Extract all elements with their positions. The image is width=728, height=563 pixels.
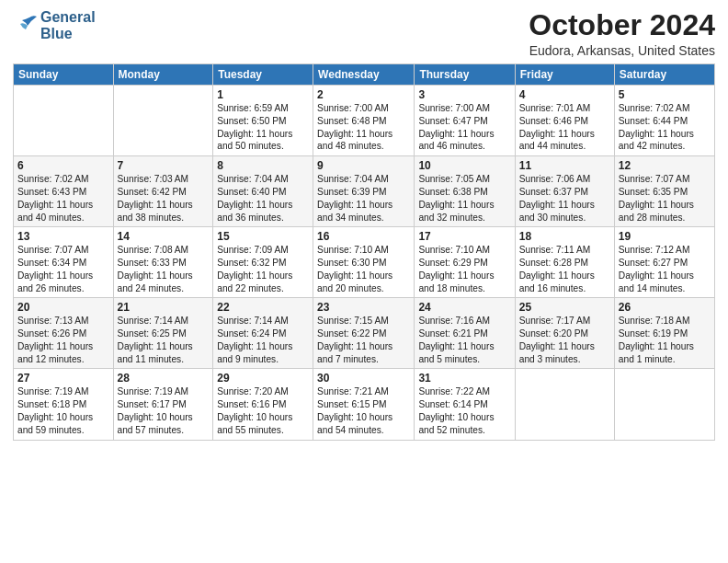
day-info: Sunrise: 7:16 AM Sunset: 6:21 PM Dayligh… bbox=[418, 315, 510, 365]
day-number: 22 bbox=[217, 301, 309, 314]
day-info: Sunrise: 7:12 AM Sunset: 6:27 PM Dayligh… bbox=[619, 244, 711, 294]
day-number: 3 bbox=[418, 88, 510, 101]
logo-general: General bbox=[40, 9, 96, 26]
day-number: 14 bbox=[118, 230, 210, 243]
day-info: Sunrise: 7:10 AM Sunset: 6:29 PM Dayligh… bbox=[418, 244, 510, 294]
day-info: Sunrise: 7:15 AM Sunset: 6:22 PM Dayligh… bbox=[317, 315, 410, 365]
day-number: 2 bbox=[317, 88, 410, 101]
calendar-header-wednesday: Wednesday bbox=[313, 64, 415, 86]
calendar-cell: 23Sunrise: 7:15 AM Sunset: 6:22 PM Dayli… bbox=[313, 298, 415, 369]
calendar-cell: 2Sunrise: 7:00 AM Sunset: 6:48 PM Daylig… bbox=[313, 86, 415, 156]
calendar-cell: 5Sunrise: 7:02 AM Sunset: 6:44 PM Daylig… bbox=[614, 86, 714, 156]
day-number: 28 bbox=[118, 372, 210, 385]
day-info: Sunrise: 6:59 AM Sunset: 6:50 PM Dayligh… bbox=[217, 102, 309, 153]
day-info: Sunrise: 7:22 AM Sunset: 6:14 PM Dayligh… bbox=[418, 385, 510, 436]
calendar-cell bbox=[515, 369, 614, 440]
day-info: Sunrise: 7:03 AM Sunset: 6:42 PM Dayligh… bbox=[118, 173, 210, 224]
calendar-cell: 16Sunrise: 7:10 AM Sunset: 6:30 PM Dayli… bbox=[313, 227, 415, 298]
calendar-cell: 15Sunrise: 7:09 AM Sunset: 6:32 PM Dayli… bbox=[213, 227, 313, 298]
day-info: Sunrise: 7:10 AM Sunset: 6:30 PM Dayligh… bbox=[317, 244, 410, 294]
day-number: 11 bbox=[519, 159, 610, 172]
day-number: 1 bbox=[217, 88, 309, 101]
day-info: Sunrise: 7:07 AM Sunset: 6:35 PM Dayligh… bbox=[619, 173, 711, 224]
month-title: October 2024 bbox=[529, 9, 715, 41]
day-number: 6 bbox=[17, 159, 109, 172]
calendar-cell: 24Sunrise: 7:16 AM Sunset: 6:21 PM Dayli… bbox=[415, 298, 515, 369]
day-info: Sunrise: 7:07 AM Sunset: 6:34 PM Dayligh… bbox=[17, 244, 109, 294]
calendar-week-5: 27Sunrise: 7:19 AM Sunset: 6:18 PM Dayli… bbox=[14, 369, 715, 440]
calendar-cell: 11Sunrise: 7:06 AM Sunset: 6:37 PM Dayli… bbox=[515, 156, 614, 227]
day-info: Sunrise: 7:04 AM Sunset: 6:39 PM Dayligh… bbox=[317, 173, 410, 224]
calendar-cell: 26Sunrise: 7:18 AM Sunset: 6:19 PM Dayli… bbox=[614, 298, 714, 369]
day-number: 21 bbox=[118, 301, 210, 314]
calendar-cell: 18Sunrise: 7:11 AM Sunset: 6:28 PM Dayli… bbox=[515, 227, 614, 298]
day-info: Sunrise: 7:09 AM Sunset: 6:32 PM Dayligh… bbox=[217, 244, 309, 294]
calendar-header-row: SundayMondayTuesdayWednesdayThursdayFrid… bbox=[14, 64, 715, 86]
calendar-cell bbox=[113, 86, 213, 156]
day-info: Sunrise: 7:05 AM Sunset: 6:38 PM Dayligh… bbox=[418, 173, 510, 224]
calendar-cell: 3Sunrise: 7:00 AM Sunset: 6:47 PM Daylig… bbox=[415, 86, 515, 156]
day-number: 27 bbox=[17, 372, 109, 385]
day-number: 24 bbox=[418, 301, 510, 314]
page: General Blue October 2024 Eudora, Arkans… bbox=[0, 0, 728, 563]
day-info: Sunrise: 7:20 AM Sunset: 6:16 PM Dayligh… bbox=[217, 385, 309, 436]
day-number: 4 bbox=[519, 88, 610, 101]
day-info: Sunrise: 7:02 AM Sunset: 6:44 PM Dayligh… bbox=[619, 102, 711, 153]
day-number: 12 bbox=[619, 159, 711, 172]
day-number: 18 bbox=[519, 230, 610, 243]
calendar-cell: 17Sunrise: 7:10 AM Sunset: 6:29 PM Dayli… bbox=[415, 227, 515, 298]
day-info: Sunrise: 7:01 AM Sunset: 6:46 PM Dayligh… bbox=[519, 102, 610, 153]
calendar-week-3: 13Sunrise: 7:07 AM Sunset: 6:34 PM Dayli… bbox=[14, 227, 715, 298]
day-number: 19 bbox=[619, 230, 711, 243]
calendar-week-4: 20Sunrise: 7:13 AM Sunset: 6:26 PM Dayli… bbox=[14, 298, 715, 369]
calendar-header-saturday: Saturday bbox=[614, 64, 714, 86]
calendar-header-sunday: Sunday bbox=[14, 64, 114, 86]
calendar-cell: 4Sunrise: 7:01 AM Sunset: 6:46 PM Daylig… bbox=[515, 86, 614, 156]
day-info: Sunrise: 7:04 AM Sunset: 6:40 PM Dayligh… bbox=[217, 173, 309, 224]
day-info: Sunrise: 7:17 AM Sunset: 6:20 PM Dayligh… bbox=[519, 315, 610, 365]
day-number: 23 bbox=[317, 301, 410, 314]
calendar-week-2: 6Sunrise: 7:02 AM Sunset: 6:43 PM Daylig… bbox=[14, 156, 715, 227]
day-number: 13 bbox=[17, 230, 109, 243]
calendar-cell: 7Sunrise: 7:03 AM Sunset: 6:42 PM Daylig… bbox=[113, 156, 213, 227]
header: General Blue October 2024 Eudora, Arkans… bbox=[13, 9, 715, 58]
day-info: Sunrise: 7:11 AM Sunset: 6:28 PM Dayligh… bbox=[519, 244, 610, 294]
day-number: 31 bbox=[418, 372, 510, 385]
location: Eudora, Arkansas, United States bbox=[529, 43, 715, 58]
calendar-cell: 20Sunrise: 7:13 AM Sunset: 6:26 PM Dayli… bbox=[14, 298, 114, 369]
calendar-cell: 30Sunrise: 7:21 AM Sunset: 6:15 PM Dayli… bbox=[313, 369, 415, 440]
calendar-cell: 10Sunrise: 7:05 AM Sunset: 6:38 PM Dayli… bbox=[415, 156, 515, 227]
calendar-header-tuesday: Tuesday bbox=[213, 64, 313, 86]
calendar-cell: 31Sunrise: 7:22 AM Sunset: 6:14 PM Dayli… bbox=[415, 369, 515, 440]
calendar-cell: 1Sunrise: 6:59 AM Sunset: 6:50 PM Daylig… bbox=[213, 86, 313, 156]
title-block: October 2024 Eudora, Arkansas, United St… bbox=[529, 9, 715, 58]
day-info: Sunrise: 7:14 AM Sunset: 6:24 PM Dayligh… bbox=[217, 315, 309, 365]
day-info: Sunrise: 7:02 AM Sunset: 6:43 PM Dayligh… bbox=[17, 173, 109, 224]
day-number: 25 bbox=[519, 301, 610, 314]
day-number: 16 bbox=[317, 230, 410, 243]
day-number: 9 bbox=[317, 159, 410, 172]
day-info: Sunrise: 7:00 AM Sunset: 6:47 PM Dayligh… bbox=[418, 102, 510, 153]
day-number: 17 bbox=[418, 230, 510, 243]
calendar-cell: 21Sunrise: 7:14 AM Sunset: 6:25 PM Dayli… bbox=[113, 298, 213, 369]
day-number: 26 bbox=[619, 301, 711, 314]
calendar-cell: 25Sunrise: 7:17 AM Sunset: 6:20 PM Dayli… bbox=[515, 298, 614, 369]
calendar-cell: 28Sunrise: 7:19 AM Sunset: 6:17 PM Dayli… bbox=[113, 369, 213, 440]
day-info: Sunrise: 7:19 AM Sunset: 6:18 PM Dayligh… bbox=[17, 385, 109, 436]
day-number: 30 bbox=[317, 372, 410, 385]
calendar-cell: 19Sunrise: 7:12 AM Sunset: 6:27 PM Dayli… bbox=[614, 227, 714, 298]
day-info: Sunrise: 7:14 AM Sunset: 6:25 PM Dayligh… bbox=[118, 315, 210, 365]
day-info: Sunrise: 7:08 AM Sunset: 6:33 PM Dayligh… bbox=[118, 244, 210, 294]
calendar-cell: 27Sunrise: 7:19 AM Sunset: 6:18 PM Dayli… bbox=[14, 369, 114, 440]
day-number: 8 bbox=[217, 159, 309, 172]
day-number: 10 bbox=[418, 159, 510, 172]
calendar-cell: 14Sunrise: 7:08 AM Sunset: 6:33 PM Dayli… bbox=[113, 227, 213, 298]
calendar-cell bbox=[14, 86, 114, 156]
day-number: 29 bbox=[217, 372, 309, 385]
day-info: Sunrise: 7:06 AM Sunset: 6:37 PM Dayligh… bbox=[519, 173, 610, 224]
calendar-week-1: 1Sunrise: 6:59 AM Sunset: 6:50 PM Daylig… bbox=[14, 86, 715, 156]
calendar-cell: 8Sunrise: 7:04 AM Sunset: 6:40 PM Daylig… bbox=[213, 156, 313, 227]
calendar-table: SundayMondayTuesdayWednesdayThursdayFrid… bbox=[13, 63, 715, 440]
calendar-cell: 22Sunrise: 7:14 AM Sunset: 6:24 PM Dayli… bbox=[213, 298, 313, 369]
day-number: 20 bbox=[17, 301, 109, 314]
